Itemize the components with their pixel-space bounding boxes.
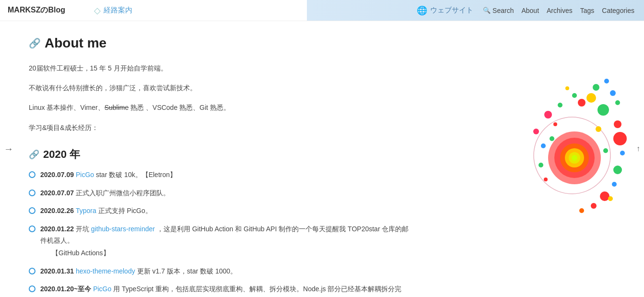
svg-point-30 (593, 84, 599, 91)
intro-para-1: 20届软件工程硕士，15 年 5 月开始自学前端。 (29, 62, 412, 74)
categories-nav-link[interactable]: Categories (602, 7, 634, 14)
search-label: Search (492, 7, 514, 14)
date-2: 2020.07.07 (40, 189, 76, 197)
text-5: 更新 v1.7 版本，star 数破 1000。 (137, 267, 237, 275)
date-1: 2020.07.09 (40, 171, 76, 178)
archives-nav-link[interactable]: Archives (547, 7, 573, 14)
globe-icon: 🌐 (417, 5, 427, 16)
timeline-item-5: 2020.01.31 hexo-theme-melody 更新 v1.7 版本，… (29, 266, 412, 277)
svg-point-28 (572, 93, 577, 98)
svg-point-31 (604, 79, 609, 83)
content-area: 🔗 About me 20届软件工程硕士，15 年 5 月开始自学前端。 不敢说… (0, 21, 432, 297)
svg-point-25 (533, 129, 539, 134)
section-link-icon: 🔗 (29, 149, 39, 160)
site-text: ウェブサイト (430, 6, 473, 15)
svg-point-20 (608, 196, 613, 201)
svg-point-15 (613, 166, 622, 174)
svg-point-14 (620, 151, 625, 155)
intro-para-3: Linux 基本操作、Vimer、Sublime 熟悉 、VSCode 熟悉、G… (29, 102, 412, 114)
timeline-item-4: 2020.01.22 开坑 github-stars-reminder ，这是利… (29, 224, 412, 259)
svg-point-17 (600, 191, 609, 201)
timeline-content-1: 2020.07.09 PicGo star 数破 10k。【Eletron】 (40, 169, 176, 181)
svg-point-26 (553, 122, 557, 126)
nav-center-text: 経路案内 (104, 6, 132, 15)
diamond-icon: ◇ (94, 5, 101, 16)
timeline-dot-6 (29, 285, 35, 292)
svg-point-12 (614, 120, 621, 128)
timeline-item-2: 2020.07.07 正式入职广州微信小程序团队。 (29, 188, 412, 199)
bubble-art (500, 50, 634, 213)
svg-point-32 (615, 100, 620, 105)
svg-point-11 (610, 90, 616, 96)
svg-point-27 (578, 99, 585, 107)
header: MARKSZのBlog ◇ 経路案内 🌐 ウェブサイト 🔍 Search Abo… (0, 0, 644, 21)
timeline-content-3: 2020.02.26 Typora 正式支持 PicGo。 (40, 205, 152, 217)
timeline-item-6: 2020.01.20~至今 PicGo 用 TypeScript 重构，包括底层… (29, 284, 412, 297)
svg-point-24 (544, 178, 548, 181)
date-4: 2020.01.22 (40, 225, 76, 233)
timeline-item-3: 2020.02.26 Typora 正式支持 PicGo。 (29, 205, 412, 217)
timeline-item-1: 2020.07.09 PicGo star 数破 10k。【Eletron】 (29, 169, 412, 181)
svg-point-34 (550, 136, 554, 141)
typora-link[interactable]: Typora (76, 207, 96, 214)
github-stars-link[interactable]: github-stars-reminder (91, 225, 155, 233)
search-icon: 🔍 (483, 7, 491, 14)
svg-point-9 (586, 93, 596, 103)
title-link-icon: 🔗 (29, 37, 41, 49)
nav-banner: ◇ 経路案内 (94, 5, 132, 16)
svg-point-33 (603, 148, 608, 153)
header-left: MARKSZのBlog ◇ 経路案内 (0, 5, 307, 16)
text-1: star 数破 10k。【Eletron】 (96, 171, 176, 178)
search-nav-link[interactable]: 🔍 Search (483, 7, 514, 14)
tags-nav-link[interactable]: Tags (580, 7, 595, 14)
timeline-content-2: 2020.07.07 正式入职广州微信小程序团队。 (40, 188, 170, 199)
svg-point-6 (572, 155, 577, 161)
about-nav-link[interactable]: About (521, 7, 539, 14)
date-3: 2020.02.26 (40, 207, 76, 214)
date-6: 2020.01.20~至今 (40, 285, 93, 293)
timeline-dot (29, 171, 35, 178)
intro-para-4: 学习&项目&成长经历： (29, 122, 412, 134)
section-2020-heading: 2020 年 (43, 147, 80, 162)
svg-point-10 (597, 104, 609, 116)
svg-point-13 (613, 132, 627, 145)
svg-point-22 (541, 143, 546, 148)
timeline-sub-4: 【GitHub Actions】 (52, 248, 412, 259)
text-4-before: 开坑 (76, 225, 91, 233)
timeline-dot-2 (29, 190, 35, 196)
text-2: 正式入职广州微信小程序团队。 (76, 189, 170, 197)
svg-point-19 (579, 208, 584, 213)
header-right: 🌐 ウェブサイト 🔍 Search About Archives Tags Ca… (307, 0, 644, 21)
blog-title: MARKSZのBlog (8, 5, 65, 15)
svg-point-7 (544, 111, 552, 119)
timeline-dot-3 (29, 207, 35, 214)
timeline-dot-5 (29, 268, 35, 274)
svg-point-23 (539, 163, 543, 167)
timeline-content-6: 2020.01.20~至今 PicGo 用 TypeScript 重构，包括底层… (40, 284, 412, 297)
timeline-dot-4 (29, 226, 35, 232)
svg-point-8 (558, 103, 562, 107)
section-2020-title: 🔗 2020 年 (29, 147, 412, 162)
main-container: 🔗 About me 20届软件工程硕士，15 年 5 月开始自学前端。 不敢说… (0, 21, 644, 297)
page-title: About me (45, 36, 106, 51)
picgo-link-1[interactable]: PicGo (76, 171, 94, 178)
melody-link[interactable]: hexo-theme-melody (76, 267, 135, 275)
timeline-content-5: 2020.01.31 hexo-theme-melody 更新 v1.7 版本，… (40, 266, 237, 277)
timeline-content-4: 2020.01.22 开坑 github-stars-reminder ，这是利… (40, 224, 412, 259)
page-title-section: 🔗 About me (29, 36, 412, 51)
svg-point-29 (565, 86, 569, 90)
intro-para-2: 不敢说有什么特别擅长的，涉猫广泛，喜欢尝试新技术。 (29, 82, 412, 94)
svg-point-16 (612, 182, 617, 187)
svg-point-18 (591, 203, 597, 209)
text-3: 正式支持 PicGo。 (98, 207, 152, 214)
picgo-link-2[interactable]: PicGo (93, 285, 111, 293)
bubble-svg (500, 50, 634, 213)
date-5: 2020.01.31 (40, 267, 76, 275)
svg-point-21 (596, 126, 601, 132)
nav-links: 🔍 Search About Archives Tags Categories (483, 7, 634, 14)
site-title: 🌐 ウェブサイト (417, 5, 473, 16)
